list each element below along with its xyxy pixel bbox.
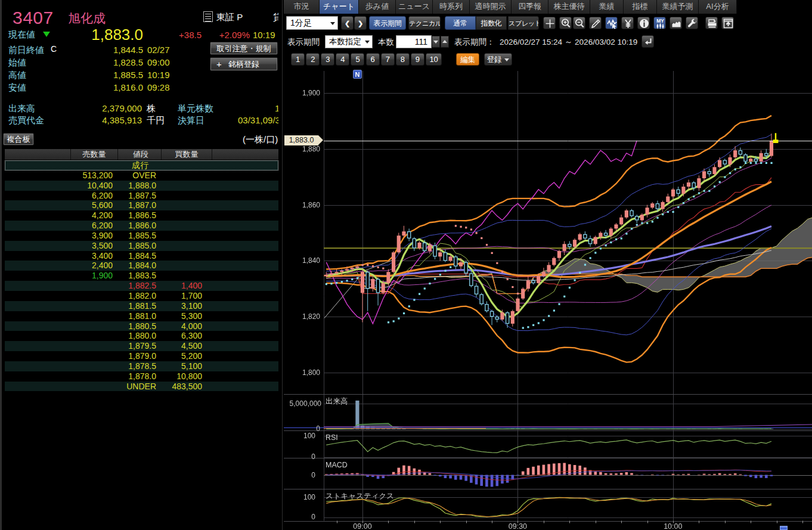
my-chart-button[interactable]: MY bbox=[653, 17, 666, 29]
tab-earnings[interactable]: 業績 bbox=[590, 0, 624, 14]
page-button-5[interactable]: 5 bbox=[351, 53, 364, 66]
order-book-row[interactable]: 1,9001,883.5 bbox=[5, 271, 278, 281]
order-book-row[interactable]: 6,2001,886.0 bbox=[5, 221, 278, 231]
news-marker-badge[interactable]: N bbox=[353, 70, 362, 79]
order-book-row[interactable]: 4,2001,886.5 bbox=[5, 210, 278, 221]
scrollbar-handle[interactable] bbox=[780, 526, 788, 530]
buy-quantity: 5,200 bbox=[156, 351, 202, 361]
order-book-row[interactable]: 1,881.05,300 bbox=[5, 311, 278, 321]
order-book-row[interactable]: 10,4001,888.0 bbox=[5, 181, 278, 191]
order-book-row[interactable]: 3,4001,884.5 bbox=[5, 251, 278, 261]
chart-horizontal-scrollbar[interactable] bbox=[284, 526, 812, 530]
period-select[interactable]: 1分足 bbox=[286, 16, 338, 30]
order-book-row[interactable]: UNDER483,500 bbox=[5, 382, 278, 392]
volume-value: 2,379,000 bbox=[82, 103, 142, 113]
tab-earnings-forecast[interactable]: 業績予測 bbox=[657, 0, 699, 14]
tab-shikiho[interactable]: 四季報 bbox=[512, 0, 548, 14]
count-decrement-button[interactable] bbox=[432, 36, 440, 48]
chart-area[interactable]: N 1,883.0 bbox=[284, 69, 812, 530]
edit-button[interactable]: 編集 bbox=[456, 53, 479, 66]
order-book: 成行513,200OVER10,4001,888.06,2001,887.55,… bbox=[5, 160, 278, 391]
composite-board-button[interactable]: 複合板 bbox=[3, 133, 34, 145]
count-label: 本数 bbox=[378, 37, 394, 48]
sell-quantity: 10,400 bbox=[5, 181, 113, 191]
order-book-row[interactable]: 1,880.06,300 bbox=[5, 331, 278, 341]
order-book-row[interactable]: 1,882.01,700 bbox=[5, 291, 278, 301]
area-chart-button[interactable] bbox=[670, 17, 682, 29]
register-list-button[interactable]: 登録 bbox=[484, 53, 512, 66]
market-order-row[interactable]: 成行 bbox=[5, 160, 278, 171]
print-button[interactable] bbox=[705, 17, 718, 29]
order-book-row[interactable]: 3,5001,885.0 bbox=[5, 241, 278, 251]
popout-button[interactable] bbox=[721, 17, 734, 29]
price-level: OVER bbox=[113, 171, 156, 181]
tab-timely-disclosure[interactable]: 適時開示 bbox=[470, 0, 512, 14]
tab-shareholder-benefit[interactable]: 株主優待 bbox=[548, 0, 590, 14]
order-book-row[interactable]: 1,881.53,100 bbox=[5, 301, 278, 311]
tab-news[interactable]: ニュース bbox=[396, 0, 433, 14]
order-book-row[interactable]: 3,9001,885.5 bbox=[5, 231, 278, 241]
settlement-label: 決算日 bbox=[178, 115, 204, 126]
my-chart-icon: MY bbox=[654, 17, 667, 30]
normal-mode-button[interactable]: 通常 bbox=[445, 16, 476, 30]
order-book-row[interactable]: 1,880.54,000 bbox=[5, 321, 278, 331]
page-button-2[interactable]: 2 bbox=[306, 53, 320, 66]
buy-quantity: 4,000 bbox=[156, 321, 202, 331]
last-trade-time: 10:19 bbox=[253, 30, 278, 40]
tab-chart[interactable]: チャート bbox=[320, 0, 359, 14]
order-book-row[interactable]: 1,882.51,400 bbox=[5, 281, 278, 291]
technical-button[interactable]: テクニカル bbox=[408, 16, 441, 30]
order-book-row[interactable]: 1,879.05,200 bbox=[5, 351, 278, 361]
register-stock-button[interactable]: +銘柄登録 bbox=[210, 57, 278, 71]
count-mode-select[interactable]: 本数指定 bbox=[325, 35, 373, 48]
tab-tick-data[interactable]: 歩み値 bbox=[359, 0, 396, 14]
page-button-8[interactable]: 8 bbox=[396, 53, 410, 66]
page-button-10[interactable]: 10 bbox=[426, 53, 442, 66]
page-button-9[interactable]: 9 bbox=[411, 53, 424, 66]
yen-button[interactable] bbox=[621, 17, 634, 29]
panel-splitter[interactable] bbox=[278, 0, 284, 530]
plus-icon: + bbox=[216, 58, 222, 71]
low-value: 1,816.0 bbox=[83, 82, 143, 92]
order-book-row[interactable]: 1,878.55,100 bbox=[5, 361, 278, 371]
price-tracking-icon bbox=[606, 17, 618, 30]
price-tracking-button[interactable] bbox=[605, 17, 618, 29]
order-book-row[interactable]: 6,2001,887.5 bbox=[5, 191, 278, 201]
pencil-button[interactable] bbox=[589, 17, 602, 29]
order-book-row[interactable]: 5,6001,887.0 bbox=[5, 200, 278, 210]
page-button-4[interactable]: 4 bbox=[336, 53, 349, 66]
zoom-out-button[interactable] bbox=[573, 17, 585, 29]
price-level: 1,882.0 bbox=[113, 291, 156, 301]
chevron-down-icon bbox=[365, 41, 370, 44]
price-header: 値段 bbox=[120, 149, 162, 160]
count-input[interactable]: 111 bbox=[396, 35, 432, 48]
order-book-row[interactable]: 513,200OVER bbox=[5, 171, 278, 181]
price-level: 1,883.5 bbox=[113, 271, 156, 281]
prev-period-button[interactable]: ❮ bbox=[341, 16, 354, 30]
page-button-7[interactable]: 7 bbox=[381, 53, 395, 66]
indexed-mode-button[interactable]: 指数化 bbox=[476, 16, 507, 30]
tab-ai-analysis[interactable]: AI分析 bbox=[699, 0, 737, 14]
tab-indicators[interactable]: 指標 bbox=[624, 0, 657, 14]
current-price-tag: 1,883.0 bbox=[284, 135, 318, 145]
wrench-button[interactable] bbox=[686, 17, 698, 29]
page-button-6[interactable]: 6 bbox=[366, 53, 380, 66]
tab-market[interactable]: 市況 bbox=[284, 0, 320, 14]
page-button-1[interactable]: 1 bbox=[291, 53, 305, 66]
open-time: 09:00 bbox=[147, 57, 175, 67]
display-period-button[interactable]: 表示期間 bbox=[369, 16, 406, 30]
tab-time-series[interactable]: 時系列 bbox=[433, 0, 470, 14]
next-period-button[interactable]: ❯ bbox=[354, 16, 367, 30]
zoom-in-button[interactable] bbox=[559, 17, 572, 29]
page-button-3[interactable]: 3 bbox=[321, 53, 334, 66]
order-book-row[interactable]: 1,878.010,800 bbox=[5, 371, 278, 382]
spread-mode-button[interactable]: スプレッド bbox=[508, 16, 539, 30]
reset-range-button[interactable] bbox=[641, 35, 654, 48]
trade-caution-button[interactable]: 取引注意・規制 bbox=[210, 42, 278, 55]
info-button[interactable] bbox=[637, 17, 650, 29]
price-chart-canvas[interactable] bbox=[284, 69, 812, 530]
order-book-row[interactable]: 2,4001,884.0 bbox=[5, 261, 278, 271]
order-book-row[interactable]: 1,879.54,500 bbox=[5, 341, 278, 351]
count-increment-button[interactable] bbox=[441, 36, 449, 48]
plus-button[interactable] bbox=[543, 17, 556, 29]
